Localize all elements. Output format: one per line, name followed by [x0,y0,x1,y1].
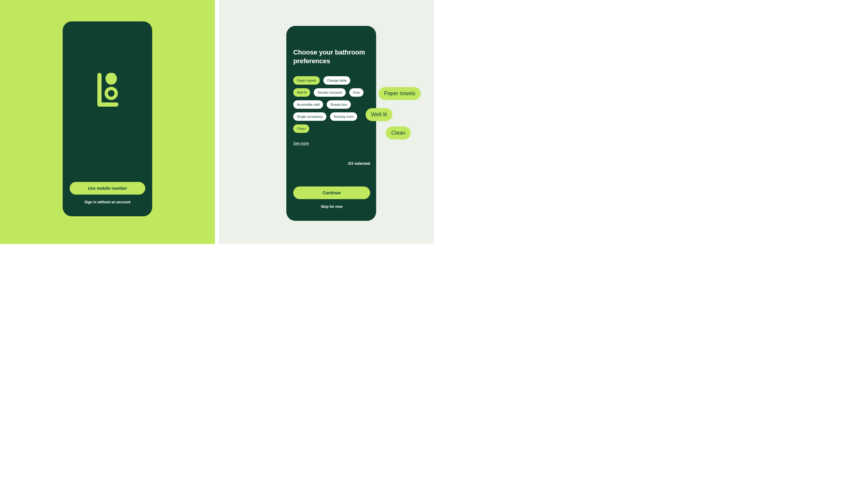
svg-rect-0 [97,73,101,107]
chip-well-lit[interactable]: Well lit [293,88,310,97]
preference-chips: Paper towelsChange tableWell litGender i… [293,76,370,133]
chip-free[interactable]: Free [349,88,364,97]
chip-change-table[interactable]: Change table [323,76,350,85]
preferences-panel: Choose your bathroom preferences Paper t… [219,0,434,244]
use-mobile-number-button[interactable]: Use mobile number [70,182,145,195]
app-logo-icon [96,73,120,109]
chip-accessible-stall[interactable]: Accessible stall [293,100,323,109]
sign-in-without-account-button[interactable]: Sign in without an account [70,200,145,204]
chip-single-occupancy[interactable]: Single occupancy [293,112,327,121]
see-more-link[interactable]: See more [293,141,309,145]
continue-button[interactable]: Continue [293,187,370,199]
chip-paper-towels[interactable]: Paper towels [293,76,320,85]
svg-point-4 [108,90,115,97]
chip-gender-inclusive[interactable]: Gender inclusive [314,88,346,97]
login-phone: Use mobile number Sign in without an acc… [63,22,152,216]
chip-sharps-box[interactable]: Sharps box [327,100,351,109]
callout-well-lit: Well lit [366,108,393,121]
panel-divider [215,0,219,244]
chip-nursing-room[interactable]: Nursing room [330,112,357,121]
preferences-phone: Choose your bathroom preferences Paper t… [286,26,376,221]
callout-clean: Clean [386,127,411,139]
svg-rect-1 [97,102,119,107]
callout-paper-towels: Paper towels [378,87,421,100]
preferences-title: Choose your bathroom preferences [293,48,370,65]
logo-wrap [70,73,145,109]
selected-count-label: 3/3 selected [293,161,370,166]
svg-point-2 [105,73,117,85]
skip-button[interactable]: Skip for now [293,204,370,209]
chip-clean[interactable]: Clean [293,124,309,133]
login-panel: Use mobile number Sign in without an acc… [0,0,215,244]
